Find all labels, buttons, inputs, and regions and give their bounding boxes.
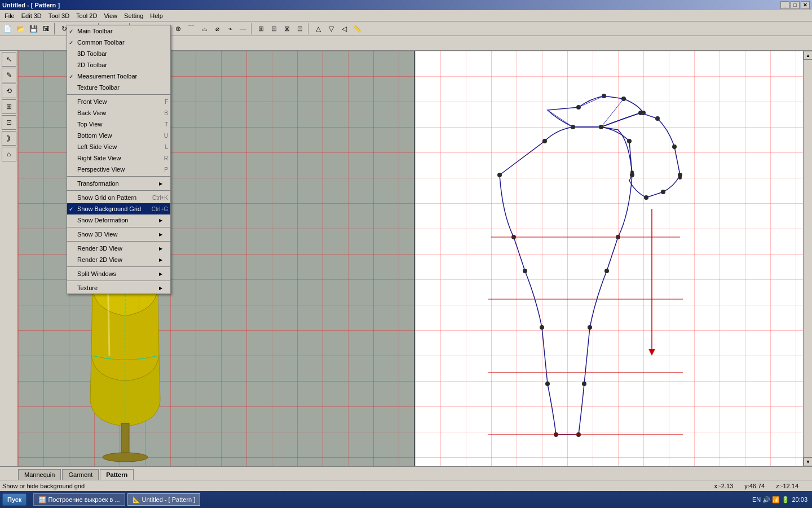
menu-texture[interactable]: Texture ▶ [67,282,170,294]
check-main-toolbar: ✓ [69,28,73,34]
pattern-svg [443,73,714,466]
coord-y: y:46.74 [744,483,765,489]
menu-show-3d-view[interactable]: Show 3D View ▶ [67,229,170,240]
menu-perspective-view[interactable]: Perspective View P [67,164,170,175]
menu-render-2d-view[interactable]: Render 2D View ▶ [67,254,170,265]
svg-point-16 [604,269,609,273]
svg-line-45 [641,113,657,119]
sidebar-btn-7[interactable]: ⌂ [2,147,16,161]
svg-point-22 [540,325,544,330]
new-button[interactable]: 📄 [1,23,14,35]
measure-btn-1[interactable]: ⊞ [255,23,267,35]
scroll-up-button[interactable]: ▲ [804,51,812,60]
measure-btn-2[interactable]: ⊟ [268,23,280,35]
menu-show-grid-pattern[interactable]: Show Grid on Pattern Ctrl+K [67,192,170,203]
svg-point-10 [542,139,547,143]
arrow-deformation: ▶ [159,218,162,223]
menu-setting[interactable]: Setting [121,11,147,20]
measure-btn-4[interactable]: ⊡ [294,23,306,35]
check-measurement-toolbar: ✓ [69,73,73,80]
menu-texture-toolbar[interactable]: Texture Toolbar [67,82,170,93]
svg-rect-8 [121,423,129,457]
sidebar-btn-2[interactable]: ✎ [2,68,16,82]
svg-point-23 [523,269,527,273]
ruler-button[interactable]: 📏 [351,23,363,35]
sep-7 [67,281,170,281]
menu-edit3d[interactable]: Edit 3D [18,11,45,20]
arrow-render-2d: ▶ [159,257,162,262]
tab-mannequin[interactable]: Mannequin [18,469,61,480]
arrow-render-3d: ▶ [159,246,162,251]
svg-point-18 [582,382,586,386]
tab-pattern[interactable]: Pattern [100,469,134,480]
menu-top-view[interactable]: Top View T [67,119,170,130]
menu-left-side-view[interactable]: Left Side View L [67,141,170,152]
save-as-button[interactable]: 🖫 [40,23,52,35]
menu-front-view[interactable]: Front View F [67,96,170,107]
sidebar-btn-3[interactable]: ⟲ [2,84,16,98]
tabs-bar: Mannequin Garment Pattern [0,466,812,480]
svg-point-47 [630,170,634,174]
tool-btn-8[interactable]: ⌁ [224,23,236,35]
arrow-texture: ▶ [159,286,162,291]
scroll-down-button[interactable]: ▼ [804,457,812,466]
menu-3d-toolbar[interactable]: 3D Toolbar [67,48,170,59]
menu-bottom-view[interactable]: Bottom View U [67,130,170,141]
panel-2d[interactable] [415,51,803,466]
sidebar-btn-1[interactable]: ↖ [2,52,16,67]
menu-tool3d[interactable]: Tool 3D [45,11,73,20]
tool-btn-5[interactable]: ⌒ [185,23,197,35]
svg-point-17 [588,325,592,330]
taskbar-item-1[interactable]: 📐 Untitled - [ Pattern ] [127,493,201,506]
open-button[interactable]: 📂 [14,23,27,35]
menu-tool2d[interactable]: Tool 2D [73,11,100,20]
close-button[interactable]: ✕ [801,1,810,9]
menu-transformation[interactable]: Transformation ▶ [67,178,170,189]
save-button[interactable]: 💾 [27,23,39,35]
arrow-3d-view: ▶ [159,232,162,237]
arrow-btn-1[interactable]: △ [312,23,324,35]
svg-point-9 [103,453,148,462]
start-button[interactable]: Пуск [2,493,27,506]
check-bg-grid: ✓ [69,206,73,212]
tool-btn-9[interactable]: — [237,23,249,35]
menu-main-toolbar[interactable]: ✓ Main Toolbar [67,25,170,37]
arrow-btn-3[interactable]: ◁ [338,23,350,35]
coord-z: z:-12.14 [776,483,798,489]
measure-btn-3[interactable]: ⊠ [281,23,293,35]
svg-point-30 [661,190,665,194]
sidebar-btn-5[interactable]: ⊡ [2,115,16,130]
tab-garment[interactable]: Garment [62,469,99,480]
menu-2d-toolbar[interactable]: 2D Toolbar [67,59,170,71]
tool-btn-7[interactable]: ⌀ [211,23,223,35]
sidebar-btn-4[interactable]: ⊞ [2,99,16,114]
coord-x: x:-2.13 [714,483,734,489]
menu-show-background-grid[interactable]: ✓ Show Background Grid Ctrl+G [67,203,170,214]
menu-measurement-toolbar[interactable]: ✓ Measurement Toolbar [67,71,170,82]
statusbar: Show or hide background grid x:-2.13 y:4… [0,480,812,491]
sep-6 [67,266,170,267]
left-sidebar: ↖ ✎ ⟲ ⊞ ⊡ ⟫ ⌂ [0,51,18,466]
menu-render-3d-view[interactable]: Render 3D View ▶ [67,243,170,254]
menu-file[interactable]: File [1,11,18,20]
separator-1 [54,23,56,34]
tool-btn-6[interactable]: ⌓ [198,23,210,35]
scroll-track[interactable] [804,60,812,457]
taskbar-item-0[interactable]: 🪟 Построение выкроек в ... [33,493,125,506]
menu-split-windows[interactable]: Split Windows ▶ [67,268,170,279]
menu-back-view[interactable]: Back View B [67,107,170,119]
menu-right-side-view[interactable]: Right Side View R [67,152,170,164]
menu-help[interactable]: Help [147,11,166,20]
maximize-button[interactable]: □ [791,1,800,9]
menu-common-toolbar[interactable]: ✓ Common Toolbar [67,37,170,48]
separator-4 [251,23,253,34]
menu-show-deformation[interactable]: Show Deformation ▶ [67,214,170,226]
taskbar: Пуск 🪟 Построение выкроек в ... 📐 Untitl… [0,491,812,508]
menu-view[interactable]: View [100,11,121,20]
titlebar: Untitled - [ Pattern ] _ □ ✕ [0,0,812,10]
sep-5 [67,241,170,242]
arrow-btn-2[interactable]: ▽ [325,23,337,35]
minimize-button[interactable]: _ [780,1,789,9]
sidebar-btn-6[interactable]: ⟫ [2,131,16,146]
tool-btn-4[interactable]: ⊕ [172,23,184,35]
